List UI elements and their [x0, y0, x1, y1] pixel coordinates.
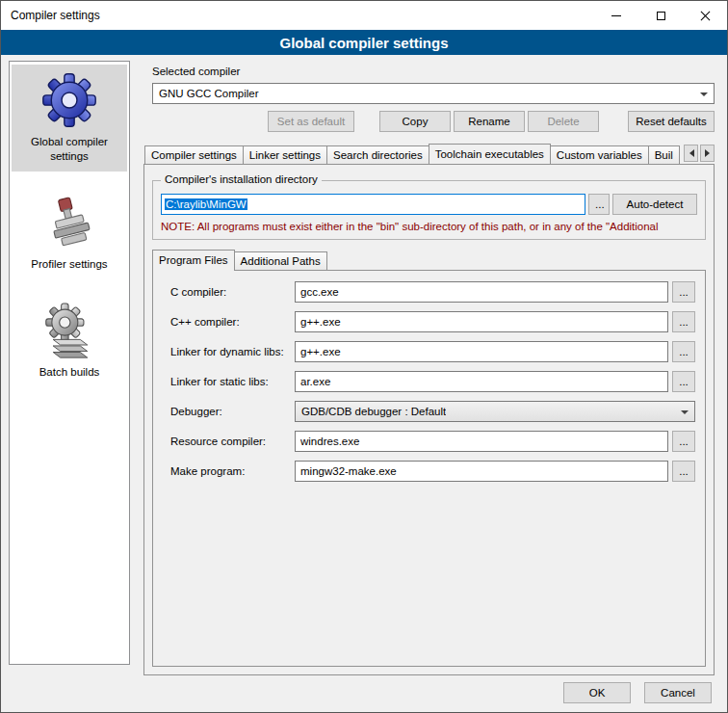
- static-linker-label: Linker for static libs:: [170, 376, 295, 387]
- cpp-compiler-row: C++ compiler: ...: [170, 311, 695, 332]
- maximize-icon: [657, 12, 665, 20]
- sidebar-item-global-compiler-settings[interactable]: Global compiler settings: [12, 65, 127, 172]
- cpp-compiler-input[interactable]: [295, 311, 668, 332]
- debugger-label: Debugger:: [170, 406, 295, 417]
- batch-builds-icon: [39, 301, 99, 360]
- compiler-actions: Set as default Copy Rename Delete Reset …: [152, 111, 715, 132]
- settings-tabbar: Compiler settings Linker settings Search…: [144, 143, 715, 164]
- compiler-select-value: GNU GCC Compiler: [159, 88, 259, 99]
- install-dir-selected-text: C:\raylib\MinGW: [165, 198, 247, 210]
- dynamic-linker-input[interactable]: [295, 341, 668, 362]
- program-files-panel: C compiler: ... C++ compiler: ... Linker…: [152, 270, 706, 667]
- make-program-browse-button[interactable]: ...: [672, 461, 695, 482]
- tab-scroll-controls: [682, 145, 715, 162]
- resource-compiler-row: Resource compiler: ...: [170, 431, 695, 452]
- main-content: Selected compiler GNU GCC Compiler Set a…: [143, 61, 715, 675]
- sidebar-item-label: Batch builds: [39, 365, 100, 380]
- minimize-button[interactable]: [594, 1, 638, 30]
- c-compiler-label: C compiler:: [170, 286, 295, 298]
- make-program-label: Make program:: [170, 465, 295, 477]
- install-dir-browse-button[interactable]: ...: [588, 194, 610, 215]
- selected-compiler-label: Selected compiler: [152, 65, 715, 78]
- resource-compiler-input[interactable]: [295, 431, 668, 452]
- installation-directory-row: C:\raylib\MinGW ... Auto-detect: [161, 194, 697, 215]
- compiler-settings-window: Compiler settings Global compiler settin…: [0, 0, 728, 713]
- debugger-select[interactable]: GDB/CDB debugger : Default: [295, 401, 695, 422]
- installation-directory-legend: Compiler's installation directory: [161, 173, 322, 185]
- debugger-select-value: GDB/CDB debugger : Default: [301, 406, 446, 417]
- maximize-button[interactable]: [638, 1, 683, 30]
- bin-subdirectory-note: NOTE: All programs must exist either in …: [161, 220, 697, 233]
- install-dir-input[interactable]: C:\raylib\MinGW: [161, 194, 585, 215]
- copy-button[interactable]: Copy: [379, 111, 451, 132]
- program-files-tabbar: Program Files Additional Paths: [152, 251, 714, 270]
- reset-defaults-button[interactable]: Reset defaults: [628, 111, 715, 132]
- close-icon: [700, 11, 711, 21]
- make-program-input[interactable]: [295, 461, 668, 482]
- tab-custom-variables[interactable]: Custom variables: [550, 145, 649, 164]
- sidebar-item-label: Profiler settings: [31, 257, 107, 272]
- make-program-row: Make program: ...: [170, 461, 695, 482]
- profiler-icon: [39, 193, 99, 252]
- titlebar: Compiler settings: [1, 1, 727, 30]
- c-compiler-input[interactable]: [295, 281, 668, 303]
- tab-program-files[interactable]: Program Files: [152, 250, 235, 271]
- static-linker-browse-button[interactable]: ...: [672, 371, 695, 392]
- rename-button[interactable]: Rename: [454, 111, 525, 132]
- tab-search-directories[interactable]: Search directories: [326, 145, 429, 164]
- cancel-button[interactable]: Cancel: [644, 682, 712, 703]
- window-controls: [594, 1, 727, 30]
- tab-build-options[interactable]: Buil: [648, 145, 680, 164]
- sidebar-item-batch-builds[interactable]: Batch builds: [12, 295, 127, 387]
- chevron-down-icon: [700, 92, 708, 100]
- minimize-icon: [611, 15, 621, 16]
- sidebar-item-label: Global compiler settings: [13, 135, 125, 164]
- dialog-header: Global compiler settings: [1, 30, 727, 55]
- compiler-select[interactable]: GNU GCC Compiler: [152, 83, 715, 104]
- resource-compiler-label: Resource compiler:: [170, 436, 295, 447]
- dialog-footer: OK Cancel: [563, 682, 712, 703]
- tab-linker-settings[interactable]: Linker settings: [243, 145, 327, 164]
- static-linker-input[interactable]: [295, 371, 668, 392]
- tab-toolchain-executables[interactable]: Toolchain executables: [429, 144, 551, 164]
- toolchain-executables-panel: Compiler's installation directory C:\ray…: [143, 164, 715, 675]
- window-title: Compiler settings: [1, 9, 100, 22]
- c-compiler-row: C compiler: ...: [170, 281, 695, 303]
- cpp-compiler-label: C++ compiler:: [170, 316, 295, 328]
- dynamic-linker-browse-button[interactable]: ...: [672, 341, 695, 362]
- static-linker-row: Linker for static libs: ...: [170, 371, 695, 392]
- debugger-row: Debugger: GDB/CDB debugger : Default: [170, 401, 695, 422]
- chevron-down-icon: [681, 410, 689, 418]
- dynamic-linker-row: Linker for dynamic libs: ...: [170, 341, 695, 362]
- dynamic-linker-label: Linker for dynamic libs:: [170, 346, 295, 357]
- c-compiler-browse-button[interactable]: ...: [672, 281, 695, 303]
- close-button[interactable]: [683, 1, 727, 30]
- tab-scroll-right-button[interactable]: [700, 145, 715, 162]
- right-arrow-icon: [705, 149, 714, 157]
- resource-compiler-browse-button[interactable]: ...: [672, 431, 695, 452]
- tab-compiler-settings[interactable]: Compiler settings: [144, 145, 244, 164]
- ok-button[interactable]: OK: [563, 682, 631, 703]
- tab-scroll-left-button[interactable]: [684, 145, 698, 162]
- left-arrow-icon: [686, 149, 694, 157]
- cpp-compiler-browse-button[interactable]: ...: [672, 311, 695, 332]
- auto-detect-button[interactable]: Auto-detect: [612, 194, 697, 215]
- delete-button: Delete: [528, 111, 599, 132]
- sidebar-item-profiler-settings[interactable]: Profiler settings: [12, 187, 127, 279]
- installation-directory-group: Compiler's installation directory C:\ray…: [152, 180, 706, 240]
- set-as-default-button: Set as default: [268, 111, 354, 132]
- tab-additional-paths[interactable]: Additional Paths: [234, 251, 327, 270]
- gear-icon: [39, 70, 99, 130]
- sidebar: Global compiler settings Profiler settin…: [9, 61, 130, 665]
